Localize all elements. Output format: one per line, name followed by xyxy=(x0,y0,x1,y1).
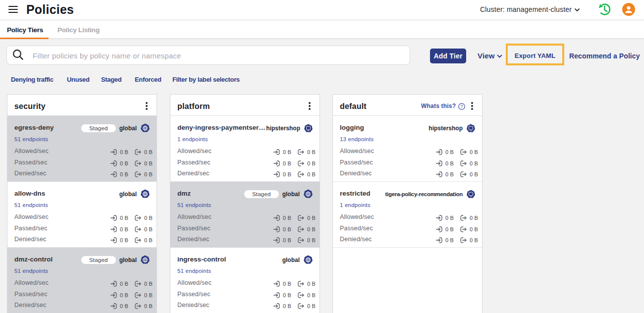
svg-text:?: ? xyxy=(460,104,463,109)
